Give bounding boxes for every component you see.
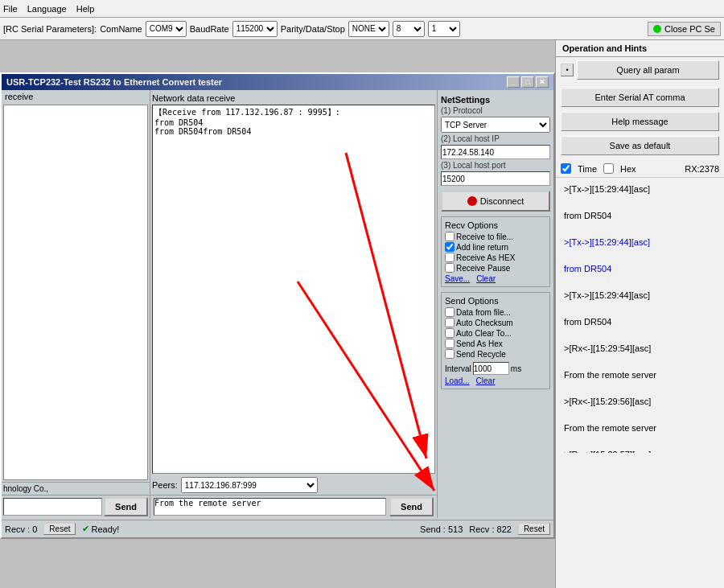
help-message-button[interactable]: Help message: [561, 112, 719, 131]
peers-select[interactable]: 117.132.196.87:999: [181, 477, 318, 493]
data-from-file-row: Data from file...: [445, 307, 546, 317]
send-clear-link[interactable]: Clear: [476, 376, 496, 385]
auto-checksum-row: Auto Checksum: [445, 318, 546, 327]
auto-checksum-checkbox[interactable]: [445, 318, 455, 327]
ready-text: Ready!: [91, 524, 119, 534]
middle-send-row: From the remote server Send: [150, 495, 437, 518]
menu-file[interactable]: File: [3, 4, 18, 14]
interval-label: Interval: [445, 364, 471, 373]
send-recycle-checkbox[interactable]: [445, 349, 455, 359]
close-pc-label: Close PC Se: [664, 24, 715, 34]
recv-options-group: Recv Options Receive to file... Add line…: [441, 216, 550, 287]
usr-window-titlebar: USR-TCP232-Test RS232 to Ethernet Conver…: [2, 74, 553, 90]
log-entry: from DR504: [564, 209, 716, 223]
recv-pause-checkbox[interactable]: [445, 263, 455, 273]
receive-label: receive: [2, 90, 150, 103]
recv-save-link[interactable]: Save...: [445, 274, 470, 283]
recv-as-hex-checkbox[interactable]: [445, 253, 455, 262]
rx-count: RX:2378: [685, 164, 719, 174]
query-icon-btn[interactable]: •: [561, 64, 574, 76]
recv-to-file-checkbox[interactable]: [445, 232, 455, 241]
network-receive-textarea[interactable]: 【Receive from 117.132.196.87 : 9995】: fr…: [152, 105, 435, 474]
recv-reset-button[interactable]: Reset: [43, 523, 76, 535]
log-entry: from DR504: [564, 315, 716, 329]
serial-params-label: [RC Serial Parameters]:: [3, 24, 97, 34]
left-receive-panel: receive hnology Co., Send: [2, 90, 150, 518]
local-ip-input[interactable]: [441, 145, 550, 159]
disconnect-led: [467, 196, 477, 206]
data-from-file-checkbox[interactable]: [445, 307, 455, 317]
recv-to-file-label: Receive to file...: [456, 232, 513, 241]
left-send-input[interactable]: [3, 498, 102, 516]
data-from-file-label: Data from file...: [456, 308, 511, 317]
ready-status: ✔ Ready!: [82, 524, 119, 534]
recv2-count: Recv : 822: [469, 524, 512, 534]
usr-content: receive hnology Co., Send Network data r…: [2, 90, 553, 518]
auto-clear-label: Auto Clear To...: [456, 329, 512, 338]
log-entry: >[Tx->][15:29:44][asc]: [564, 236, 716, 249]
usr-tcp232-window: USR-TCP232-Test RS232 to Ethernet Conver…: [0, 72, 555, 539]
auto-checksum-label: Auto Checksum: [456, 319, 513, 327]
add-line-return-label: Add line return: [456, 243, 508, 252]
bits1-select[interactable]: 8: [393, 21, 425, 37]
middle-send-button[interactable]: Send: [389, 497, 434, 516]
send-as-hex-row: Send As Hex: [445, 339, 546, 348]
enter-serial-at-button[interactable]: Enter Serial AT comma: [561, 88, 719, 107]
interval-row: Interval ms: [445, 362, 546, 375]
company-label: hnology Co.,: [3, 484, 48, 493]
send-as-hex-checkbox[interactable]: [445, 339, 455, 348]
restore-button[interactable]: □: [521, 76, 534, 88]
right-settings-panel: NetSettings (1) Protocol TCP Server (2) …: [437, 90, 553, 518]
send-load-link[interactable]: Load...: [445, 376, 470, 385]
add-line-return-row: Add line return: [445, 242, 546, 252]
log-entry: From the remote server: [564, 368, 716, 382]
network-receive-label: Network data receive: [152, 92, 435, 105]
save-default-button[interactable]: Save as default: [561, 136, 719, 155]
time-label: Time: [578, 164, 597, 174]
add-line-return-checkbox[interactable]: [445, 242, 455, 252]
disconnect-button[interactable]: Disconnect: [441, 191, 550, 212]
menu-language[interactable]: Language: [27, 4, 67, 14]
left-send-button[interactable]: Send: [104, 497, 148, 516]
middle-send-input[interactable]: From the remote server: [154, 498, 386, 516]
auto-clear-checkbox[interactable]: [445, 328, 455, 338]
send-recycle-row: Send Recycle: [445, 349, 546, 359]
log-entry: from DR504: [564, 262, 716, 276]
usr-window-title: USR-TCP232-Test RS232 to Ethernet Conver…: [6, 77, 222, 87]
local-port-input[interactable]: [441, 171, 550, 186]
com-select[interactable]: COM9: [146, 21, 187, 37]
close-button[interactable]: ✕: [536, 76, 549, 88]
query-all-button[interactable]: Query all param: [577, 60, 719, 80]
send-options-title: Send Options: [445, 296, 546, 306]
hex-checkbox[interactable]: [603, 163, 614, 174]
left-receive-textarea[interactable]: [3, 105, 148, 480]
recv-to-file-row: Receive to file...: [445, 232, 546, 241]
connection-led: [653, 25, 661, 33]
recv-clear-link[interactable]: Clear: [476, 274, 496, 283]
interval-input[interactable]: [473, 362, 509, 375]
log-entry: >[Rx<-][15:29:56][asc]: [564, 395, 716, 409]
ready-icon: ✔: [82, 524, 89, 534]
log-entry: >[Rx<-][15:29:57][asc]: [564, 448, 716, 453]
interval-unit: ms: [511, 364, 521, 373]
log-entry: From the remote server: [564, 421, 716, 435]
recv-count: Recv : 0: [5, 524, 37, 534]
peers-label: Peers:: [152, 480, 178, 490]
recv2-reset-button[interactable]: Reset: [518, 523, 550, 535]
menu-help[interactable]: Help: [76, 4, 95, 14]
netsettings-label: NetSettings: [441, 95, 550, 105]
time-checkbox[interactable]: [561, 163, 571, 174]
protocol-select[interactable]: TCP Server: [441, 117, 550, 133]
baud-select[interactable]: 115200: [232, 21, 278, 37]
parity-select[interactable]: NONE: [348, 21, 389, 37]
recv-as-hex-label: Receive As HEX: [456, 253, 515, 262]
send-options-group: Send Options Data from file... Auto Chec…: [441, 292, 550, 389]
log-entry: >[Rx<-][15:29:54][asc]: [564, 342, 716, 356]
close-pc-button[interactable]: Close PC Se: [648, 22, 721, 36]
send-as-hex-label: Send As Hex: [456, 339, 503, 348]
hex-label: Hex: [620, 164, 636, 174]
bits2-select[interactable]: 1: [428, 21, 460, 37]
local-ip-label: (2) Local host IP: [441, 134, 550, 143]
minimize-button[interactable]: _: [507, 76, 520, 88]
parity-label: Parity/Data/Stop: [281, 24, 345, 34]
